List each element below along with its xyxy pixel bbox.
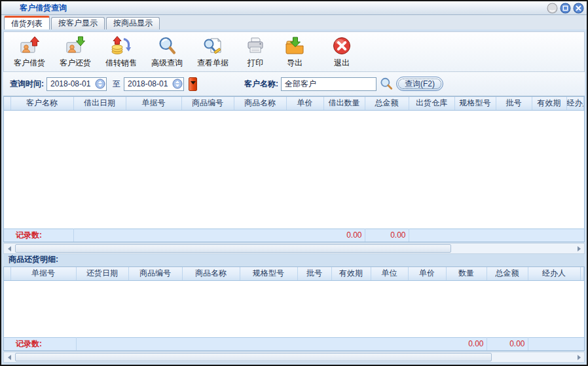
column-header[interactable]: 数量 — [446, 267, 487, 280]
column-header[interactable]: 还货日期 — [76, 267, 128, 280]
column-header[interactable]: 总金额 — [365, 97, 409, 110]
scrollbar-thumb[interactable] — [15, 244, 451, 253]
toolbar-button-label: 打印 — [248, 58, 263, 69]
customer-borrow-button[interactable]: 客户借货 — [8, 33, 51, 70]
query-button[interactable]: 查询(F2) — [396, 77, 443, 91]
customer-return-icon — [65, 35, 86, 56]
column-header[interactable]: 有效期 — [331, 267, 371, 280]
exit-icon — [331, 35, 352, 56]
column-header[interactable]: 借出日期 — [73, 97, 126, 110]
tab-bar: 借货列表 按客户显示 按商品显示 — [1, 15, 587, 29]
return-table: 单据号 还货日期 商品编号 商品名称 规格型号 批号 有效期 单位 单价 数量 … — [3, 266, 585, 351]
query-time-label: 查询时间: — [10, 79, 44, 90]
toolbar-button-label: 客户借货 — [14, 58, 45, 69]
return-table-hscrollbar[interactable] — [3, 352, 585, 363]
date-to-field — [124, 77, 184, 91]
exit-button[interactable]: 退出 — [323, 33, 360, 70]
customer-borrow-icon — [19, 35, 40, 56]
column-header[interactable]: 有效期 — [532, 97, 566, 110]
toolbar-button-label: 高级查询 — [151, 58, 183, 69]
date-to-spinner-icon[interactable] — [172, 79, 183, 89]
record-count-label: 记录数: — [4, 337, 76, 350]
print-button[interactable]: 打印 — [237, 33, 274, 70]
minimize-icon — [547, 3, 558, 14]
customer-return-button[interactable]: 客户还货 — [54, 33, 97, 70]
column-header[interactable]: 批号 — [496, 97, 532, 110]
column-header[interactable]: 单位 — [371, 267, 408, 280]
maximize-icon — [560, 3, 571, 14]
return-table-header: 单据号 还货日期 商品编号 商品名称 规格型号 批号 有效期 单位 单价 数量 … — [4, 267, 584, 280]
column-header[interactable]: 商品名称 — [234, 97, 286, 110]
toolbar-button-label: 客户还货 — [60, 58, 91, 69]
toolbar-button-label: 退出 — [334, 58, 350, 69]
title-bar: 客户借货查询 — [1, 1, 587, 15]
return-table-body — [4, 280, 584, 337]
column-header[interactable]: 商品编号 — [181, 97, 234, 110]
scrollbar-thumb[interactable] — [15, 353, 492, 361]
window-title: 客户借货查询 — [20, 3, 547, 14]
toolbar-button-label: 导出 — [287, 58, 303, 69]
content-frame: 客户借货 客户还货 — [1, 29, 587, 365]
column-header[interactable]: 规格型号 — [240, 267, 297, 280]
borrow-table-body — [4, 110, 584, 229]
return-table-summary-row: 记录数: 0.00 0.00 — [4, 337, 584, 350]
scroll-right-button[interactable] — [574, 352, 584, 362]
scroll-right-icon — [578, 355, 581, 360]
return-qty-total: 0.00 — [446, 337, 487, 350]
date-range-dropdown-button[interactable] — [189, 77, 197, 91]
record-count-label: 记录数: — [4, 229, 73, 242]
column-header[interactable]: 单价 — [408, 267, 446, 280]
scroll-left-icon — [8, 355, 11, 360]
row-indicator-header — [4, 97, 10, 110]
maximize-button[interactable] — [560, 3, 571, 14]
scroll-right-icon — [578, 246, 581, 251]
customer-name-input[interactable] — [281, 77, 377, 91]
export-button[interactable]: 导出 — [276, 33, 313, 70]
tab-by-product[interactable]: 按商品显示 — [106, 17, 160, 29]
view-document-icon — [202, 35, 223, 56]
borrow-table-hscrollbar[interactable] — [3, 243, 585, 254]
column-header[interactable]: 经办人 — [528, 267, 580, 280]
minimize-button[interactable] — [547, 3, 558, 14]
magnifier-icon — [379, 77, 394, 91]
customer-lookup-button[interactable] — [379, 77, 394, 91]
borrow-to-sale-button[interactable]: 借转销售 — [100, 33, 143, 70]
column-header[interactable]: 商品名称 — [182, 267, 240, 280]
export-icon — [284, 35, 305, 56]
toolbar-button-label: 借转销售 — [105, 58, 137, 69]
borrow-table: 客户名称 借出日期 单据号 商品编号 商品名称 单价 借出数量 总金额 出货仓库… — [3, 96, 585, 242]
view-document-button[interactable]: 查看单据 — [191, 33, 234, 70]
row-indicator-header — [4, 267, 10, 280]
column-header[interactable]: 单价 — [286, 97, 323, 110]
date-from-spinner-icon[interactable] — [95, 79, 105, 89]
scroll-left-button[interactable] — [4, 244, 14, 253]
date-from-field — [46, 77, 107, 91]
column-header[interactable]: 客户名称 — [10, 97, 73, 110]
scroll-left-icon — [8, 246, 11, 251]
column-header[interactable]: 单据号 — [126, 97, 181, 110]
scroll-right-button[interactable] — [574, 244, 584, 253]
close-icon — [573, 3, 584, 14]
column-header[interactable]: 借出数量 — [323, 97, 365, 110]
customer-name-label: 客户名称: — [244, 79, 278, 90]
date-to-label: 至 — [113, 79, 120, 90]
advanced-search-button[interactable]: 高级查询 — [145, 33, 189, 70]
column-header[interactable]: 规格型号 — [454, 97, 496, 110]
borrow-qty-total: 0.00 — [323, 229, 365, 242]
column-header[interactable]: 单据号 — [10, 267, 76, 280]
return-amount-total: 0.00 — [487, 337, 528, 350]
column-header[interactable]: 总金额 — [487, 267, 528, 280]
scroll-left-button[interactable] — [4, 352, 14, 362]
tab-by-customer[interactable]: 按客户显示 — [51, 17, 105, 29]
column-header — [580, 267, 584, 280]
column-header[interactable]: 商品编号 — [128, 267, 182, 280]
dropdown-arrow-icon — [191, 81, 196, 84]
close-button[interactable] — [573, 3, 584, 14]
borrow-table-header: 客户名称 借出日期 单据号 商品编号 商品名称 单价 借出数量 总金额 出货仓库… — [4, 97, 584, 110]
tab-borrow-list[interactable]: 借货列表 — [4, 16, 50, 29]
borrow-to-sale-icon — [111, 35, 132, 56]
column-header[interactable]: 出货仓库 — [409, 97, 454, 110]
column-header[interactable]: 批号 — [297, 267, 331, 280]
column-header[interactable]: 经办人 — [566, 97, 584, 110]
borrow-table-summary-row: 记录数: 0.00 0.00 — [4, 229, 584, 242]
